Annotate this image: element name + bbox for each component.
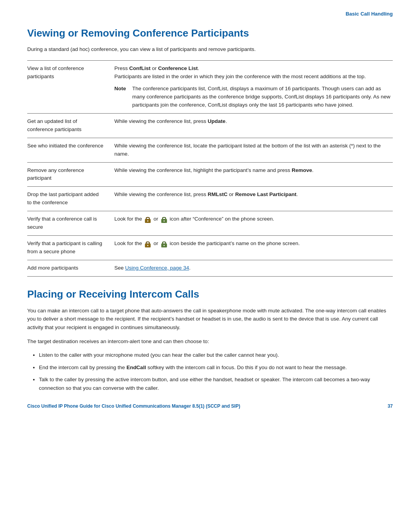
list-item: Listen to the caller with your microphon…	[39, 351, 393, 359]
note-block: Note The conference participants list, C…	[114, 85, 393, 109]
note-label: Note	[114, 85, 129, 109]
section1-intro: During a standard (ad hoc) conference, y…	[27, 46, 393, 53]
table-cell-action: View a list of conference participants	[27, 61, 109, 114]
list-item: End the intercom call by pressing the En…	[39, 363, 393, 372]
section1-title: Viewing or Removing Conference Participa…	[27, 27, 393, 39]
table-cell-description: Look for the or icon beside the particip…	[109, 236, 393, 260]
table-cell-action: Add more participants	[27, 260, 109, 276]
section2-title: Placing or Receiving Intercom Calls	[27, 288, 393, 300]
conference-link[interactable]: Using Conference, page 34	[125, 265, 189, 271]
table-cell-description: Look for the or icon after “Conference” …	[109, 211, 393, 236]
lock-icon-3	[144, 240, 151, 247]
section2-paragraph1: You can make an intercom call to a targe…	[27, 307, 393, 332]
table-cell-action: Verify that a participant is calling fro…	[27, 236, 109, 260]
header-breadcrumb: Basic Call Handling	[346, 11, 393, 17]
page-container: Basic Call Handling Viewing or Removing …	[0, 0, 420, 420]
svg-point-1	[147, 220, 149, 221]
table-cell-description: While viewing the conference list, locat…	[109, 138, 393, 162]
lock-icon-4	[161, 240, 168, 247]
table-cell-description: While viewing the conference list, highl…	[109, 162, 393, 187]
table-cell-description: Press ConfList or Conference List. Parti…	[109, 61, 393, 114]
footer-left-text: Cisco Unified IP Phone Guide for Cisco U…	[27, 403, 240, 409]
table-cell-description: See Using Conference, page 34.	[109, 260, 393, 276]
desc-line2: Participants are listed in the order in …	[114, 74, 366, 79]
table-cell-action: Drop the last participant added to the c…	[27, 187, 109, 211]
footer-page-number: 37	[388, 403, 393, 409]
bullet-list: Listen to the caller with your microphon…	[39, 351, 393, 392]
svg-point-3	[163, 220, 164, 221]
section2-paragraph2: The target destination receives an inter…	[27, 337, 393, 346]
lock-icon-2	[161, 216, 168, 223]
table-cell-action: Verify that a conference call is secure	[27, 211, 109, 236]
table-cell-action: See who initiated the conference	[27, 138, 109, 162]
table-row: Add more participants See Using Conferen…	[27, 260, 393, 276]
table-cell-action: Remove any conference participant	[27, 162, 109, 187]
table-cell-action: Get an updated list of conference partic…	[27, 113, 109, 138]
svg-point-7	[163, 245, 164, 246]
table-cell-description: While viewing the conference list, press…	[109, 187, 393, 211]
table-row: View a list of conference participants P…	[27, 61, 393, 114]
table-row: See who initiated the conference While v…	[27, 138, 393, 162]
desc-line: Press ConfList or Conference List.	[114, 65, 199, 71]
svg-point-5	[147, 245, 149, 246]
table-cell-description: While viewing the conference list, press…	[109, 113, 393, 138]
note-text: The conference participants list, ConfLi…	[132, 85, 393, 109]
table-row: Verify that a conference call is secure …	[27, 211, 393, 236]
lock-icon-1	[144, 216, 151, 223]
conference-table: View a list of conference participants P…	[27, 60, 393, 277]
table-row: Verify that a participant is calling fro…	[27, 236, 393, 260]
table-row: Get an updated list of conference partic…	[27, 113, 393, 138]
table-row: Drop the last participant added to the c…	[27, 187, 393, 211]
list-item: Talk to the caller by pressing the activ…	[39, 375, 393, 392]
table-row: Remove any conference participant While …	[27, 162, 393, 187]
page-footer: Cisco Unified IP Phone Guide for Cisco U…	[27, 403, 393, 409]
